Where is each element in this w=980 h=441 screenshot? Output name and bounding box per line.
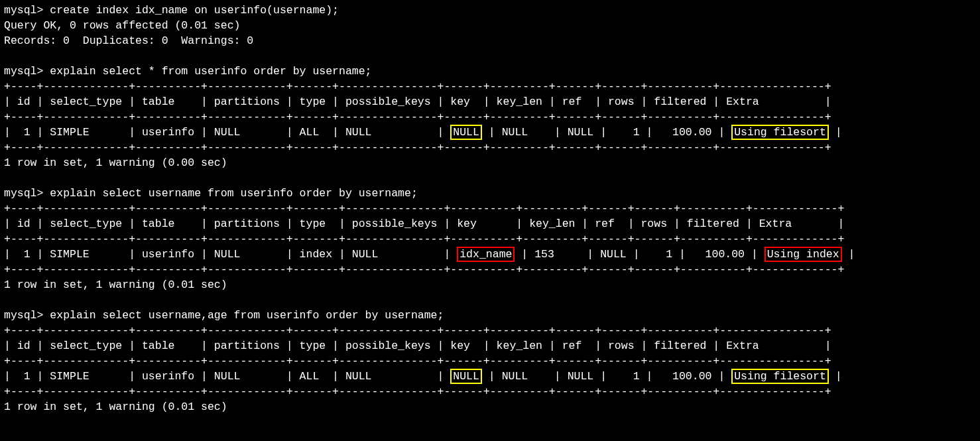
prompt: mysql> (4, 187, 43, 200)
q1-extra-highlight: Using filesort (731, 125, 829, 140)
q1-border-top: +----+-------------+----------+---------… (4, 80, 831, 93)
q2-row-mid: | 153 | NULL | 1 | 100.00 | (515, 248, 764, 261)
q1-row-mid: | NULL | NULL | 1 | 100.00 | (482, 126, 731, 139)
q2-row-left: | 1 | SIMPLE | userinfo | NULL | index |… (4, 248, 457, 261)
q1-row-left: | 1 | SIMPLE | userinfo | NULL | ALL | N… (4, 126, 450, 139)
q2-timing: 1 row in set, 1 warning (0.01 sec) (4, 279, 227, 291)
prompt: mysql> (4, 65, 43, 78)
q2-row-right: | (842, 248, 855, 261)
q1-key-highlight: NULL (450, 125, 482, 140)
q1-row-right: | (829, 126, 842, 139)
q2-border-top: +----+-------------+----------+---------… (4, 202, 844, 215)
q3-timing: 1 row in set, 1 warning (0.01 sec) (4, 401, 227, 413)
q2-header: | id | select_type | table | partitions … (4, 218, 844, 230)
prompt: mysql> (4, 309, 43, 322)
q3-border-top: +----+-------------+----------+---------… (4, 324, 831, 337)
q2-key-highlight: idx_name (457, 247, 515, 262)
q3-border-bot: +----+-------------+----------+---------… (4, 385, 831, 398)
q1-header: | id | select_type | table | partitions … (4, 95, 831, 108)
sql-explain-1: explain select * from userinfo order by … (50, 65, 371, 78)
q3-extra-highlight: Using filesort (731, 369, 829, 384)
q3-row-mid: | NULL | NULL | 1 | 100.00 | (482, 370, 731, 383)
q2-border-bot: +----+-------------+----------+---------… (4, 263, 844, 276)
create-result-ok: Query OK, 0 rows affected (0.01 sec) (4, 19, 240, 32)
q2-border-mid: +----+-------------+----------+---------… (4, 233, 844, 245)
sql-create-index: create index idx_name on userinfo(userna… (50, 4, 339, 17)
sql-explain-2: explain select username from userinfo or… (50, 187, 418, 200)
q3-row-right: | (829, 370, 842, 383)
prompt: mysql> (4, 4, 43, 17)
q1-timing: 1 row in set, 1 warning (0.00 sec) (4, 157, 227, 169)
q1-border-mid: +----+-------------+----------+---------… (4, 111, 831, 123)
q3-key-highlight: NULL (450, 369, 482, 384)
q1-border-bot: +----+-------------+----------+---------… (4, 141, 831, 154)
mysql-terminal[interactable]: mysql> create index idx_name on userinfo… (0, 0, 980, 417)
sql-explain-3: explain select username,age from userinf… (50, 309, 444, 322)
q3-border-mid: +----+-------------+----------+---------… (4, 355, 831, 367)
q3-row-left: | 1 | SIMPLE | userinfo | NULL | ALL | N… (4, 370, 450, 383)
q2-extra-highlight: Using index (765, 247, 842, 262)
q3-header: | id | select_type | table | partitions … (4, 340, 831, 352)
create-result-records: Records: 0 Duplicates: 0 Warnings: 0 (4, 34, 253, 47)
